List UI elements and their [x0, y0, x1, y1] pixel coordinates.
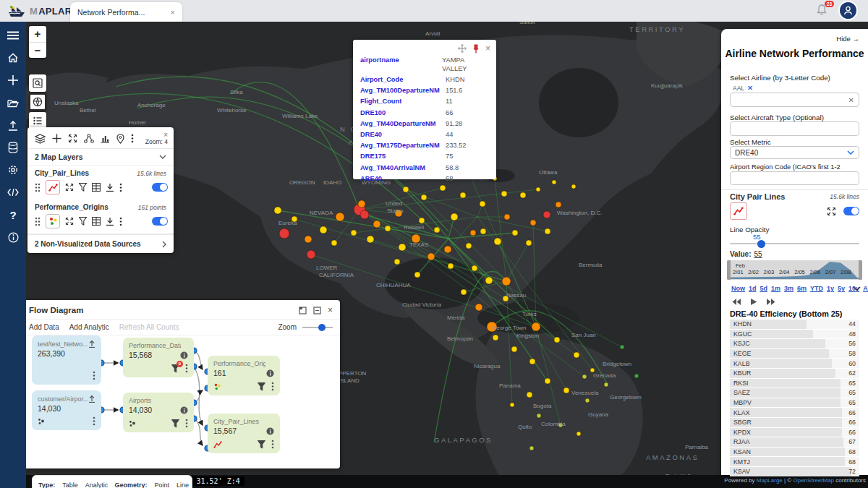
airport-point[interactable]: [480, 228, 486, 234]
airport-point[interactable]: [510, 403, 514, 407]
hide-panel-link[interactable]: Hide →: [836, 35, 859, 43]
info-icon[interactable]: [266, 369, 274, 377]
airport-point[interactable]: [444, 246, 451, 253]
zoom-to-layer-icon[interactable]: [65, 217, 74, 226]
attribute-name[interactable]: Airport_Code: [360, 75, 446, 84]
upload-icon[interactable]: [88, 395, 95, 403]
airport-point[interactable]: [634, 374, 639, 378]
sidebar-item-code[interactable]: [3, 182, 23, 202]
slider-thumb[interactable]: [757, 240, 765, 248]
flow-node-customer-airports[interactable]: customer/Airpor... 14,030: [32, 390, 101, 430]
attribute-name[interactable]: Avg_TM100DepartureNM: [360, 86, 446, 95]
layers-icon[interactable]: [35, 134, 46, 144]
opacity-slider[interactable]: [730, 243, 859, 244]
airport-point[interactable]: [470, 230, 476, 236]
range-link-all[interactable]: All: [863, 285, 868, 292]
airport-point[interactable]: [552, 180, 556, 184]
range-link-1y[interactable]: 1y: [827, 285, 834, 292]
layers-panel-close-icon[interactable]: ×: [163, 132, 168, 138]
attribute-name[interactable]: Avg_TM40ArrivalNM: [360, 163, 446, 172]
flow-canvas[interactable]: test/test_Netwo... 263,390 Performance_D…: [22, 335, 340, 463]
openstreetmap-link[interactable]: OpenStreetMap: [793, 477, 833, 484]
airport-point[interactable]: [472, 265, 477, 271]
airport-point[interactable]: [460, 192, 466, 198]
range-link-6m[interactable]: 6m: [797, 285, 807, 292]
airport-point[interactable]: [574, 352, 579, 358]
region-input[interactable]: [730, 171, 859, 185]
info-icon[interactable]: [180, 406, 188, 414]
airport-point[interactable]: [494, 238, 501, 245]
sidebar-item-settings[interactable]: [3, 160, 23, 180]
pin-icon[interactable]: [116, 134, 124, 144]
chevron-down-icon[interactable]: [853, 286, 861, 291]
time-handle-left[interactable]: [727, 260, 731, 280]
airport-point[interactable]: [331, 240, 337, 246]
airport-point[interactable]: [434, 227, 440, 233]
opacity-value-edit[interactable]: 55: [754, 250, 762, 258]
pushpin-icon[interactable]: [472, 44, 480, 53]
airport-point[interactable]: [480, 201, 485, 207]
airport-point[interactable]: [427, 253, 435, 260]
airport-point[interactable]: [563, 388, 569, 393]
tab-network-performance[interactable]: Network Performa... ×: [70, 2, 182, 22]
airline-input[interactable]: ✕: [730, 93, 859, 107]
airport-point[interactable]: [466, 243, 472, 249]
airport-point[interactable]: [305, 236, 312, 243]
airline-chip[interactable]: AAL ✕: [733, 84, 753, 92]
airport-point[interactable]: [336, 213, 344, 221]
airport-point[interactable]: [461, 289, 467, 295]
airport-point[interactable]: [485, 277, 493, 284]
attribute-name[interactable]: Avg_TM40DepartureNM: [360, 119, 446, 128]
sidebar-item-projects[interactable]: [3, 93, 23, 113]
airport-point[interactable]: [399, 244, 406, 251]
range-link-ytd[interactable]: YTD: [810, 285, 823, 292]
airport-point[interactable]: [502, 277, 511, 286]
info-icon[interactable]: [266, 427, 274, 435]
airport-point[interactable]: [556, 202, 561, 207]
move-icon[interactable]: [458, 44, 467, 53]
airport-point[interactable]: [520, 192, 526, 198]
airport-point[interactable]: [529, 446, 534, 450]
add-analytic-button[interactable]: Add Analytic: [69, 323, 109, 331]
download-icon[interactable]: [106, 183, 114, 192]
attribute-name[interactable]: airportname: [360, 56, 442, 73]
kebab-menu-icon[interactable]: [271, 382, 274, 391]
airport-point[interactable]: [543, 211, 550, 218]
drag-handle-icon[interactable]: [35, 217, 41, 226]
kebab-menu-icon[interactable]: [131, 134, 134, 143]
airport-point[interactable]: [526, 240, 532, 246]
minimize-icon[interactable]: [313, 307, 321, 314]
range-link-3m[interactable]: 3m: [784, 285, 793, 292]
flow-node-performance-data[interactable]: Performance_Data 15,568 0: [123, 338, 194, 377]
filter-icon[interactable]: [79, 183, 87, 192]
chip-remove-icon[interactable]: ✕: [747, 84, 753, 92]
airport-point[interactable]: [604, 382, 608, 387]
airport-point[interactable]: [451, 213, 458, 221]
user-avatar[interactable]: [838, 1, 858, 20]
zoom-out-button[interactable]: −: [29, 42, 46, 58]
kebab-menu-icon[interactable]: [271, 440, 274, 449]
airport-point[interactable]: [385, 226, 391, 231]
flow-close-icon[interactable]: ×: [328, 305, 333, 315]
time-slider[interactable]: Feb 2/012/022/032/042/052/062/072/08: [727, 260, 862, 280]
zoom-to-layer-icon[interactable]: [65, 183, 74, 192]
add-data-button[interactable]: Add Data: [29, 323, 59, 331]
airport-point[interactable]: [545, 378, 550, 384]
popup-close-icon[interactable]: ×: [485, 43, 490, 53]
table-icon[interactable]: [92, 183, 101, 192]
zoom-in-button[interactable]: +: [29, 26, 46, 42]
airport-point[interactable]: [274, 207, 281, 214]
range-link-5d[interactable]: 5d: [760, 285, 768, 292]
sidebar-item-upload[interactable]: [3, 115, 23, 135]
layer-visibility-toggle[interactable]: [843, 207, 859, 215]
attribute-name[interactable]: DRE175: [360, 152, 446, 160]
zoom-to-layer-icon[interactable]: [827, 207, 836, 216]
step-back-icon[interactable]: [731, 298, 741, 306]
notifications-button[interactable]: 23: [816, 4, 830, 18]
drag-handle-icon[interactable]: [35, 183, 41, 192]
kebab-menu-icon[interactable]: [185, 419, 188, 428]
airport-point[interactable]: [493, 335, 498, 341]
aircraft-input[interactable]: [730, 121, 859, 136]
airport-point[interactable]: [360, 210, 369, 219]
airport-point[interactable]: [394, 259, 400, 265]
